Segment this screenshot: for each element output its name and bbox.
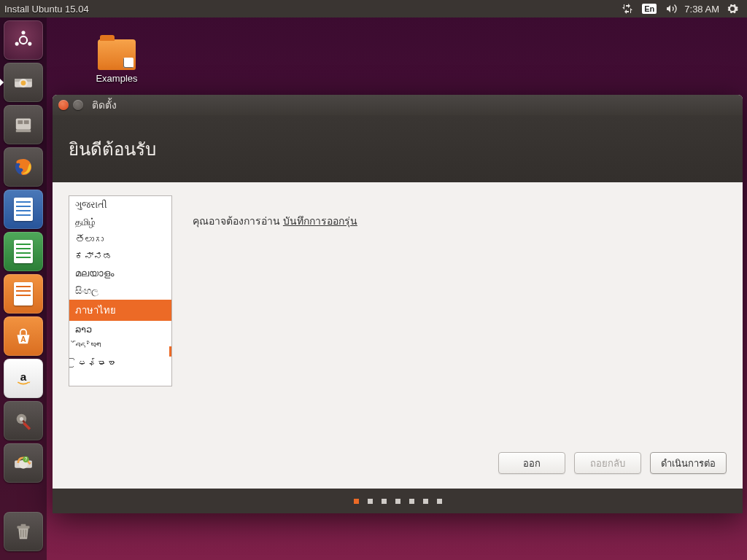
installer-heading: ยินดีต้อนรับ — [69, 135, 156, 163]
svg-rect-9 — [24, 120, 29, 124]
network-indicator-icon[interactable] — [617, 0, 638, 18]
window-minimize-button[interactable] — [73, 100, 83, 110]
keyboard-layout-indicator[interactable]: En — [638, 0, 661, 18]
svg-text:A: A — [20, 335, 26, 343]
window-close-button[interactable] — [58, 100, 69, 110]
language-option[interactable]: ಕನ್ನಡ — [69, 248, 171, 265]
launcher-firefox-icon[interactable] — [4, 147, 43, 187]
launcher-impress-icon[interactable] — [4, 274, 43, 314]
step-dot — [437, 499, 442, 504]
language-option[interactable]: తెలుగు — [69, 231, 171, 248]
svg-point-15 — [20, 417, 23, 421]
step-dot — [354, 499, 359, 504]
language-option[interactable]: བོད་ཡིག — [69, 338, 171, 354]
folder-icon — [98, 39, 136, 70]
step-dot — [409, 499, 414, 504]
language-option[interactable]: සිංහල — [69, 282, 171, 300]
launcher-software-center-icon[interactable]: A — [4, 316, 43, 356]
svg-rect-22 — [21, 524, 26, 526]
language-option[interactable]: മലയാളം — [69, 265, 171, 282]
language-list[interactable]: ગુજરાતીதமிழ்తెలుగుಕನ್ನಡമലയാളംසිංහලภาษาไท… — [69, 195, 172, 386]
back-button[interactable]: ถอยกลับ — [574, 452, 641, 474]
launcher-trash-icon[interactable] — [4, 512, 43, 551]
installer-window: ติดตั้ง ยินดีต้อนรับ ગુજરાતીதமிழ்తెలుగుಕ… — [53, 95, 743, 513]
launcher-amazon-icon[interactable]: a — [4, 359, 43, 398]
launcher-writer-icon[interactable] — [4, 190, 43, 229]
dash-home-icon[interactable] — [4, 20, 43, 60]
step-dot — [395, 499, 400, 504]
svg-point-1 — [21, 31, 25, 34]
continue-button[interactable]: ดำเนินการต่อ — [650, 452, 727, 474]
svg-rect-8 — [18, 120, 23, 124]
unity-launcher: A a ? — [0, 18, 47, 560]
window-title: ติดตั้ง — [92, 97, 117, 113]
language-option[interactable]: ภาษาไทย — [69, 300, 171, 321]
sound-indicator-icon[interactable] — [661, 0, 681, 18]
svg-text:a: a — [20, 370, 27, 383]
svg-point-2 — [28, 42, 31, 46]
active-app-title: Install Ubuntu 15.04 — [4, 4, 89, 15]
launcher-install-progress-icon[interactable]: ? — [4, 443, 43, 483]
step-dot — [368, 499, 373, 504]
release-notes-link[interactable]: บันทึกการออกรุ่น — [283, 215, 357, 227]
svg-text:?: ? — [25, 456, 28, 462]
svg-point-0 — [20, 36, 27, 44]
scrollbar[interactable] — [169, 196, 171, 386]
top-panel: Install Ubuntu 15.04 En 7:38 AM — [0, 0, 747, 18]
desktop-icon-label: Examples — [88, 73, 146, 84]
language-option[interactable]: தமிழ் — [69, 214, 171, 231]
installer-header: ยินดีต้อนรับ — [53, 115, 743, 182]
svg-rect-10 — [16, 130, 31, 132]
launcher-settings-icon[interactable] — [4, 401, 43, 440]
installer-footer: ออก ถอยกลับ ดำเนินการต่อ — [53, 443, 743, 489]
step-indicator — [53, 489, 743, 513]
language-option[interactable]: မြန်မာစာ — [69, 354, 171, 371]
release-notes-text: คุณอาจต้องการอ่าน บันทึกการออกรุ่น — [193, 195, 357, 229]
launcher-calc-icon[interactable] — [4, 232, 43, 271]
language-option[interactable]: ລາວ — [69, 321, 171, 338]
session-gear-icon[interactable] — [722, 0, 743, 18]
quit-button[interactable]: ออก — [498, 452, 565, 474]
launcher-installer-icon[interactable] — [4, 63, 43, 102]
step-dot — [382, 499, 387, 504]
window-titlebar[interactable]: ติดตั้ง — [53, 95, 743, 115]
desktop-examples-folder[interactable]: Examples — [88, 39, 146, 84]
language-option[interactable]: ગુજરાતી — [69, 196, 171, 214]
svg-point-3 — [15, 42, 19, 46]
launcher-files-icon[interactable] — [4, 105, 43, 144]
step-dot — [423, 499, 428, 504]
clock[interactable]: 7:38 AM — [681, 4, 722, 15]
